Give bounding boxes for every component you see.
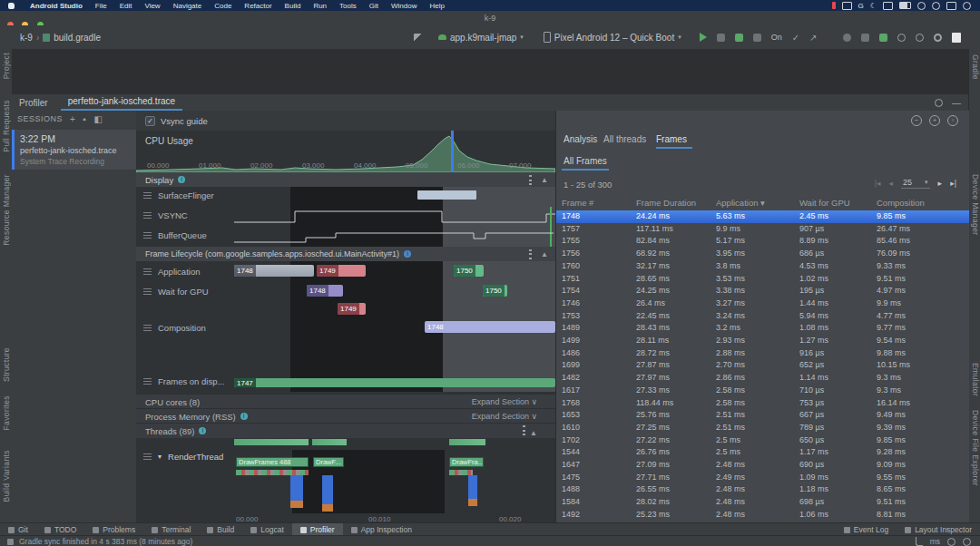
table-row[interactable]: 170227.22 ms2.5 ms650 µs9.85 ms bbox=[556, 434, 969, 447]
last-page-icon[interactable]: ▸| bbox=[950, 179, 956, 188]
mirroring-toggle[interactable]: On bbox=[771, 33, 782, 42]
tool-strip-resource-manager[interactable]: Resource Manager bbox=[2, 174, 11, 246]
hide-window-icon[interactable]: — bbox=[952, 98, 961, 108]
table-row[interactable]: 175322.45 ms3.24 ms5.94 ms4.77 ms bbox=[556, 310, 969, 323]
table-row[interactable]: 175582.84 ms5.17 ms8.89 ms85.46 ms bbox=[556, 235, 969, 248]
profile-button[interactable] bbox=[753, 34, 761, 42]
profiler-window-label[interactable]: Profiler bbox=[19, 98, 48, 108]
menu-tools[interactable]: Tools bbox=[333, 2, 363, 10]
breadcrumb-file[interactable]: build.gradle bbox=[54, 33, 101, 43]
run-config-select[interactable]: app.k9mail-jmap▾ bbox=[433, 30, 529, 45]
collapse-icon[interactable]: ▲ bbox=[530, 429, 537, 437]
breadcrumb-project[interactable]: k-9 bbox=[20, 33, 33, 43]
reset-zoom-icon[interactable]: ▫ bbox=[947, 115, 958, 126]
frame-bar-1748[interactable]: 1748 bbox=[234, 265, 314, 277]
cpu-cores-row[interactable]: CPU cores (8) Expand Section ∨ bbox=[136, 394, 555, 409]
chevron-down-icon[interactable]: ▾ bbox=[158, 453, 162, 461]
battery-icon[interactable] bbox=[899, 2, 911, 9]
menu-run[interactable]: Run bbox=[307, 2, 333, 10]
search-everywhere-icon[interactable] bbox=[916, 34, 924, 42]
vsync-guide-checkbox[interactable]: ✓ bbox=[145, 116, 155, 126]
toolwindow-git[interactable]: Git bbox=[0, 523, 36, 536]
table-row[interactable]: 174824.24 ms5.63 ms2.45 ms9.85 ms bbox=[556, 210, 969, 223]
menu-file[interactable]: File bbox=[89, 2, 113, 10]
keyboard-icon[interactable] bbox=[883, 2, 893, 10]
tool-strip-favorites[interactable]: Favorites bbox=[2, 395, 11, 431]
collapse-icon[interactable]: ▲ bbox=[541, 250, 548, 258]
column-header-frameduration[interactable]: Frame Duration bbox=[636, 198, 696, 208]
page-size-select[interactable]: 25▾ bbox=[901, 178, 930, 189]
table-row[interactable]: 149225.23 ms2.48 ms1.06 ms8.81 ms bbox=[556, 509, 969, 522]
tool-strip-project[interactable]: Project bbox=[2, 53, 11, 79]
google-icon[interactable]: G bbox=[858, 2, 864, 10]
track-composition[interactable]: Composition bbox=[143, 323, 206, 333]
stop-session-icon[interactable]: ▪ bbox=[83, 114, 86, 124]
table-row[interactable]: 158428.02 ms2.48 ms698 µs9.51 ms bbox=[556, 496, 969, 509]
menu-help[interactable]: Help bbox=[423, 2, 450, 10]
tool-strip-device-manager[interactable]: Device Manager bbox=[971, 174, 980, 236]
toolwindow-logcat[interactable]: Logcat bbox=[242, 523, 292, 536]
zoom-out-icon[interactable]: − bbox=[911, 115, 922, 126]
table-row[interactable]: 148928.43 ms3.2 ms1.08 ms9.77 ms bbox=[556, 322, 969, 335]
column-header-composition[interactable]: Composition bbox=[877, 198, 925, 208]
info-icon[interactable]: i bbox=[178, 176, 185, 183]
info-icon[interactable]: i bbox=[199, 427, 206, 434]
column-header-waitforgpu[interactable]: Wait for GPU bbox=[799, 198, 850, 208]
drag-grip-icon[interactable] bbox=[143, 268, 152, 275]
git-branch-icon[interactable] bbox=[916, 537, 923, 546]
menu-code[interactable]: Code bbox=[208, 2, 238, 10]
menu-git[interactable]: Git bbox=[363, 2, 385, 10]
playhead-line[interactable] bbox=[451, 131, 454, 172]
expand-section-link[interactable]: Expand Section ∨ bbox=[472, 397, 555, 406]
tab-frames[interactable]: Frames bbox=[656, 134, 687, 144]
stop-square-icon[interactable] bbox=[952, 33, 961, 43]
info-icon[interactable]: i bbox=[240, 413, 248, 420]
drag-grip-icon[interactable] bbox=[143, 192, 152, 199]
tab-all-threads[interactable]: All threads bbox=[603, 134, 646, 144]
table-row[interactable]: 148227.97 ms2.86 ms1.14 ms9.3 ms bbox=[556, 372, 969, 385]
table-row[interactable]: 154426.76 ms2.5 ms1.17 ms9.28 ms bbox=[556, 446, 969, 459]
table-row[interactable]: 148628.72 ms2.88 ms916 µs9.88 ms bbox=[556, 347, 969, 360]
clock-icon[interactable] bbox=[963, 2, 971, 10]
device-manager-icon[interactable] bbox=[861, 34, 869, 42]
device-select[interactable]: Pixel Android 12 – Quick Boot▾ bbox=[538, 29, 687, 45]
column-header-frame[interactable]: Frame # bbox=[562, 198, 593, 208]
kebab-menu-icon[interactable] bbox=[529, 249, 532, 259]
table-row[interactable]: 149928.11 ms2.93 ms1.27 ms9.54 ms bbox=[556, 335, 969, 347]
frame-bar-1747[interactable]: 1747 bbox=[234, 378, 555, 387]
toolwindow-event-log[interactable]: Event Log bbox=[836, 525, 897, 534]
editor-area[interactable] bbox=[12, 49, 968, 94]
surfaceflinger-slice[interactable] bbox=[417, 190, 476, 200]
table-row[interactable]: 175668.92 ms3.95 ms686 µs76.09 ms bbox=[556, 248, 969, 260]
menu-window[interactable]: Window bbox=[385, 2, 423, 10]
toolwindow-app-inspection[interactable]: App Inspection bbox=[343, 523, 420, 536]
profiler-settings-gear-icon[interactable] bbox=[935, 99, 943, 107]
git-branch-name[interactable]: ms bbox=[930, 537, 940, 546]
lock-icon[interactable] bbox=[947, 538, 956, 546]
trace-span[interactable]: DrawFra... bbox=[449, 457, 484, 467]
frame-lifecycle-section-header[interactable]: Frame Lifecycle (com.google.samples.apps… bbox=[136, 247, 555, 261]
zoom-out-icon[interactable] bbox=[897, 34, 906, 42]
table-row[interactable]: 174626.4 ms3.27 ms1.44 ms9.9 ms bbox=[556, 297, 969, 310]
toolwindow-terminal[interactable]: Terminal bbox=[143, 523, 199, 536]
frame-bar-1750[interactable]: 1750 bbox=[483, 285, 507, 297]
drag-grip-icon[interactable] bbox=[143, 378, 152, 385]
table-row[interactable]: 147527.71 ms2.49 ms1.09 ms9.55 ms bbox=[556, 472, 969, 484]
device-mirror-icon[interactable] bbox=[879, 34, 887, 42]
menu-navigate[interactable]: Navigate bbox=[167, 2, 209, 10]
tool-strip-structure[interactable]: Structure bbox=[2, 347, 11, 382]
tool-strip-device-file-explorer[interactable]: Device File Explorer bbox=[971, 410, 980, 486]
menu-build[interactable]: Build bbox=[279, 2, 308, 10]
frame-bar-1748[interactable]: 1748 bbox=[307, 285, 343, 297]
renderthread-label[interactable]: ▾ RenderThread bbox=[143, 452, 223, 462]
undo-icon[interactable] bbox=[843, 34, 851, 42]
table-row[interactable]: 175128.65 ms3.53 ms1.02 ms9.51 ms bbox=[556, 273, 969, 286]
toolwindow-todo[interactable]: TODO bbox=[36, 523, 84, 536]
frame-bar-1749[interactable]: 1749 bbox=[317, 265, 366, 277]
menu-edit[interactable]: Edit bbox=[113, 2, 139, 10]
add-session-icon[interactable]: + bbox=[70, 114, 75, 124]
toolwindow-build[interactable]: Build bbox=[199, 523, 242, 536]
track-surfaceflinger[interactable]: SurfaceFlinger bbox=[143, 190, 214, 200]
table-row[interactable]: 165325.76 ms2.51 ms667 µs9.49 ms bbox=[556, 409, 969, 422]
trace-span[interactable]: DrawF... bbox=[313, 457, 344, 467]
